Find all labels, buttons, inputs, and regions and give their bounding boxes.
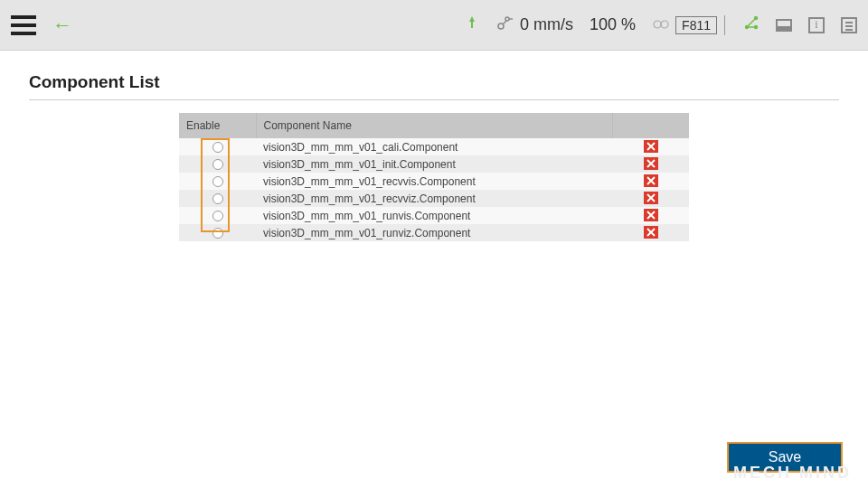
delete-button[interactable] xyxy=(644,174,658,187)
component-name-cell: vision3D_mm_mm_v01_init.Component xyxy=(256,155,612,173)
override-percent: 100 % xyxy=(590,15,636,34)
enable-radio[interactable] xyxy=(212,176,223,187)
robot-icon xyxy=(496,14,514,35)
speed-value: 0 mm/s xyxy=(520,15,573,34)
save-button[interactable]: Save xyxy=(727,442,843,473)
fcode-block: F811 xyxy=(652,15,727,35)
delete-button[interactable] xyxy=(644,140,658,153)
component-name-cell: vision3D_mm_mm_v01_runviz.Component xyxy=(256,224,612,241)
speed-status: 0 mm/s xyxy=(496,14,573,35)
top-toolbar: ← 0 mm/s 100 % F811 i xyxy=(0,0,868,51)
keyboard-icon[interactable] xyxy=(776,19,792,32)
glasses-icon xyxy=(652,17,670,33)
delete-button[interactable] xyxy=(644,209,658,221)
header-action xyxy=(612,113,689,138)
share-icon[interactable] xyxy=(743,14,760,35)
component-name-cell: vision3D_mm_mm_v01_recvviz.Component xyxy=(256,190,612,207)
document-icon[interactable] xyxy=(841,17,857,33)
svg-point-2 xyxy=(654,21,661,28)
status-group: 0 mm/s 100 % F811 i xyxy=(464,14,857,35)
component-name-cell: vision3D_mm_mm_v01_runvis.Component xyxy=(256,207,612,224)
enable-cell xyxy=(179,173,256,190)
menu-hamburger-icon[interactable] xyxy=(11,15,36,35)
action-cell xyxy=(612,207,689,224)
table-row: vision3D_mm_mm_v01_init.Component xyxy=(179,155,689,173)
table-row: vision3D_mm_mm_v01_runvis.Component xyxy=(179,207,689,224)
page-title: Component List xyxy=(29,72,868,92)
delete-button[interactable] xyxy=(644,157,658,170)
enable-radio[interactable] xyxy=(212,211,223,221)
delete-button[interactable] xyxy=(644,192,658,204)
svg-point-1 xyxy=(505,17,509,21)
info-icon[interactable]: i xyxy=(808,17,825,33)
enable-cell xyxy=(179,224,256,241)
action-cell xyxy=(612,155,689,173)
enable-cell xyxy=(179,190,256,207)
header-enable: Enable xyxy=(179,113,256,138)
table-row: vision3D_mm_mm_v01_cali.Component xyxy=(179,138,689,155)
delete-button[interactable] xyxy=(644,226,658,239)
table-row: vision3D_mm_mm_v01_recvviz.Component xyxy=(179,190,689,207)
enable-radio[interactable] xyxy=(212,142,223,153)
enable-cell xyxy=(179,207,256,224)
enable-cell xyxy=(179,138,256,155)
header-component-name: Component Name xyxy=(256,113,612,138)
title-underline xyxy=(29,99,839,100)
table-row: vision3D_mm_mm_v01_recvvis.Component xyxy=(179,173,689,190)
component-table-wrap: Enable Component Name vision3D_mm_mm_v01… xyxy=(179,113,689,241)
enable-radio[interactable] xyxy=(212,193,223,204)
back-arrow-icon[interactable]: ← xyxy=(52,14,72,37)
component-name-cell: vision3D_mm_mm_v01_cali.Component xyxy=(256,138,612,155)
component-name-cell: vision3D_mm_mm_v01_recvvis.Component xyxy=(256,173,612,190)
action-cell xyxy=(612,173,689,190)
fcode-divider xyxy=(724,15,725,35)
enable-cell xyxy=(179,155,256,173)
action-cell xyxy=(612,224,689,241)
enable-radio[interactable] xyxy=(212,228,223,239)
svg-point-3 xyxy=(661,21,668,28)
table-row: vision3D_mm_mm_v01_runviz.Component xyxy=(179,224,689,241)
enable-radio[interactable] xyxy=(212,159,223,170)
action-cell xyxy=(612,190,689,207)
pin-icon xyxy=(464,14,480,35)
component-table: Enable Component Name vision3D_mm_mm_v01… xyxy=(179,113,689,241)
action-cell xyxy=(612,138,689,155)
fcode-box: F811 xyxy=(675,16,717,34)
